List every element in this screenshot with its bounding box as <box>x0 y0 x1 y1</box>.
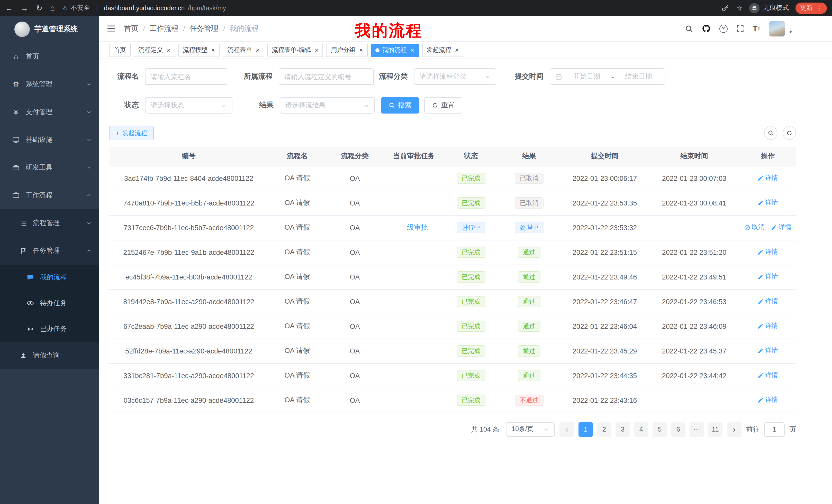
tab-close-icon[interactable]: × <box>410 47 414 53</box>
detail-link[interactable]: 详情 <box>757 199 778 207</box>
cell-process-name: OA 请假 <box>268 388 326 413</box>
result-select[interactable]: 请选择流结果 <box>280 97 375 114</box>
tab[interactable]: 流程定义× <box>134 44 175 57</box>
tab[interactable]: 发起流程× <box>422 44 463 57</box>
status-tag: 已完成 <box>457 296 486 307</box>
detail-icon <box>757 274 763 280</box>
page-button[interactable]: 3 <box>616 422 630 437</box>
sidebar-item-leave-query[interactable]: 请假查询 <box>0 342 99 369</box>
page-size-select[interactable]: 10条/页 <box>506 422 555 437</box>
sidebar-item-system[interactable]: ⚙ 系统管理 <box>0 71 99 98</box>
reset-button[interactable]: 重置 <box>424 97 462 114</box>
sidebar-item-my-process[interactable]: 我的流程 <box>0 264 99 290</box>
cell-result: 通过 <box>498 314 561 339</box>
tab[interactable]: 首页 <box>109 44 131 57</box>
detail-link[interactable]: 详情 <box>757 371 778 380</box>
tab-close-icon[interactable]: × <box>166 47 171 53</box>
tab-close-icon[interactable]: × <box>211 47 215 53</box>
process-def-input[interactable] <box>279 68 374 85</box>
breadcrumb-item[interactable]: 任务管理 <box>190 24 218 33</box>
sidebar-item-todo-tasks[interactable]: 待办任务 <box>0 290 99 316</box>
cell-status: 已完成 <box>444 363 498 388</box>
back-icon[interactable]: ← <box>5 4 13 12</box>
search-button[interactable]: 搜索 <box>381 97 419 114</box>
detail-link[interactable]: 详情 <box>757 346 778 355</box>
sidebar-item-task-management[interactable]: 任务管理 <box>0 237 99 264</box>
column-header: 操作 <box>739 147 796 166</box>
breadcrumb-item[interactable]: 工作流程 <box>150 24 178 33</box>
sidebar-item-label: 任务管理 <box>33 246 81 255</box>
bookmark-star-icon[interactable]: ☆ <box>736 4 743 12</box>
page-ellipsis[interactable]: ··· <box>690 422 704 437</box>
goto-page-input[interactable] <box>764 422 785 437</box>
user-avatar[interactable] <box>769 21 785 36</box>
status-tag: 已完成 <box>457 247 486 258</box>
font-size-icon[interactable]: TT <box>753 24 760 33</box>
chevron-down-icon[interactable]: ▾ <box>789 29 792 36</box>
detail-link[interactable]: 详情 <box>757 322 778 331</box>
page-button[interactable]: 6 <box>671 422 685 437</box>
user-icon <box>19 352 28 359</box>
sidebar-item-payment[interactable]: ¥ 支付管理 <box>0 98 99 126</box>
create-process-button[interactable]: + 发起流程 <box>109 126 154 140</box>
cancel-link[interactable]: 取消 <box>744 223 765 232</box>
tab-close-icon[interactable]: × <box>359 47 363 53</box>
update-button[interactable]: 更新 ⋮ <box>796 2 827 13</box>
current-task-link[interactable]: 一级审批 <box>400 223 428 231</box>
browser-menu-icon[interactable]: ⋮ <box>816 4 822 11</box>
page-button[interactable]: 1 <box>578 422 593 437</box>
address-bar[interactable]: ⚠ 不安全 | dashboard.yudao.iocoder.cn/bpm/t… <box>62 4 722 12</box>
tab[interactable]: 我的流程× <box>371 44 419 57</box>
detail-link[interactable]: 详情 <box>771 223 791 232</box>
sidebar-item-home[interactable]: ⌂ 首页 <box>0 43 99 71</box>
page-button[interactable]: 5 <box>653 422 667 437</box>
page-button[interactable]: 2 <box>597 422 612 437</box>
tab[interactable]: 流程表单-编辑× <box>267 44 323 57</box>
detail-link[interactable]: 详情 <box>757 248 778 257</box>
key-icon[interactable] <box>722 4 729 12</box>
page-button[interactable]: 4 <box>634 422 648 437</box>
next-page-button[interactable]: › <box>727 422 742 437</box>
breadcrumb-item[interactable]: 首页 <box>124 24 138 33</box>
search-icon[interactable] <box>685 24 693 33</box>
show-search-icon[interactable] <box>764 127 778 140</box>
tab-close-icon[interactable]: × <box>455 47 459 53</box>
detail-link[interactable]: 详情 <box>757 273 778 281</box>
detail-link[interactable]: 详情 <box>757 174 778 183</box>
tab-label: 流程模型 <box>183 46 207 54</box>
sidebar-item-workflow[interactable]: 工作流程 <box>0 181 99 209</box>
detail-link[interactable]: 详情 <box>757 396 778 404</box>
sidebar-item-done-tasks[interactable]: 已办任务 <box>0 316 99 342</box>
page-button[interactable]: 11 <box>708 422 723 437</box>
tab-close-icon[interactable]: × <box>315 47 318 53</box>
process-name-input[interactable] <box>145 68 227 85</box>
tab[interactable]: 用户分组× <box>326 44 368 57</box>
detail-link[interactable]: 详情 <box>757 297 778 306</box>
cell-submit-time: 2022-01-22 23:53:35 <box>561 191 649 215</box>
cell-actions: 详情 <box>739 166 796 191</box>
tab[interactable]: 流程表单× <box>223 44 264 57</box>
action-label: 详情 <box>765 297 778 306</box>
category-select[interactable]: 请选择流程分类 <box>414 68 496 85</box>
sidebar-item-process-management[interactable]: 流程管理 <box>0 209 99 237</box>
sidebar-item-devtools[interactable]: 研发工具 <box>0 153 99 181</box>
prev-page-button[interactable]: ‹ <box>560 422 574 437</box>
tab-close-icon[interactable]: × <box>256 47 259 53</box>
submit-time-range-picker[interactable]: 开始日期 - 结束日期 <box>550 68 666 85</box>
page-size-value: 10条/页 <box>512 425 534 433</box>
forward-icon[interactable]: → <box>21 4 28 12</box>
help-icon[interactable]: ? <box>719 24 727 33</box>
fullscreen-icon[interactable] <box>736 25 744 32</box>
status-select[interactable]: 请选择状态 <box>145 97 232 114</box>
detail-icon <box>757 372 763 379</box>
tab[interactable]: 流程模型× <box>178 44 219 57</box>
flag-icon <box>19 247 28 254</box>
sidebar-collapse-icon[interactable] <box>107 25 116 32</box>
list-icon <box>19 220 28 226</box>
reload-icon[interactable]: ↻ <box>36 4 43 12</box>
sidebar-item-infrastructure[interactable]: 基础设施 <box>0 126 99 153</box>
github-icon[interactable] <box>702 24 710 33</box>
refresh-table-icon[interactable] <box>783 127 796 140</box>
category-label: 流程分类 <box>379 72 408 81</box>
home-icon[interactable]: ⌂ <box>50 4 55 12</box>
